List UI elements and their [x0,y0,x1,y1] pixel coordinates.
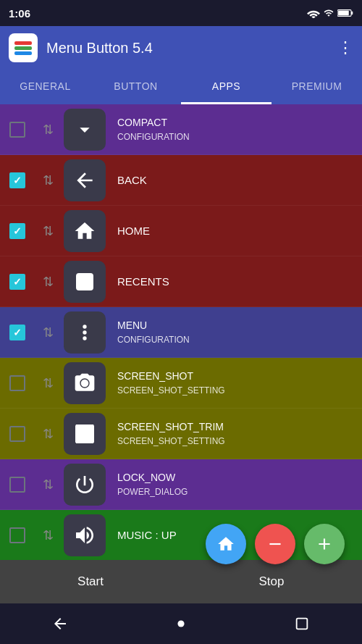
svg-point-6 [83,336,86,340]
list-item: ✓ ⇅ RECENTS [0,256,362,307]
checkbox-8[interactable] [0,527,35,543]
tabs-bar: General Button Apps Premium [0,70,362,104]
sort-icon-5: ⇅ [43,375,54,391]
app-bar: Menu Button 5.4 ⋮ [0,26,362,70]
action-icon-5[interactable] [64,362,106,404]
list-item: ✓ ⇅ MENUCONFIGURATION [0,307,362,358]
sort-arrows-7[interactable]: ⇅ [35,477,61,493]
sort-icon-8: ⇅ [43,527,54,543]
nav-recents-button[interactable] [284,609,320,638]
action-icon-4[interactable] [64,311,106,354]
nav-bar [0,603,362,644]
sort-arrows-1[interactable]: ⇅ [35,172,61,188]
checkbox-7[interactable] [0,477,35,493]
cb-box-1[interactable]: ✓ [9,172,25,188]
item-label-1: BACK [109,173,362,188]
checkbox-5[interactable] [0,375,35,391]
sort-arrows-5[interactable]: ⇅ [35,375,61,391]
cb-box-4[interactable]: ✓ [9,325,25,340]
battery-icon [337,8,353,18]
checkbox-2[interactable]: ✓ [0,223,35,239]
nav-home-button[interactable] [163,609,199,638]
cb-box-2[interactable]: ✓ [9,223,25,239]
sort-icon-1: ⇅ [43,172,54,188]
item-label-6: SCREEN_SHOT_TRIMSCREEN_SHOT_SETTING [109,419,362,448]
item-label-2: HOME [109,224,362,238]
item-label-3: RECENTS [109,275,362,289]
signal-icon [323,8,334,18]
checkbox-3[interactable]: ✓ [0,274,35,290]
svg-point-5 [83,330,86,334]
stop-button[interactable]: Stop [181,560,362,603]
list-item: ⇅ LOCK_NOWPOWER_DIALOG [0,459,362,510]
sort-icon-4: ⇅ [43,325,54,340]
time-display: 1:06 [9,7,30,20]
list-item: ⇅ SCREEN_SHOTSCREEN_SHOT_SETTING [0,358,362,409]
svg-point-9 [81,430,89,438]
cb-box-7[interactable] [9,477,25,493]
fab-container [206,524,345,564]
checkbox-4[interactable]: ✓ [0,325,35,340]
fab-minus-button[interactable] [255,524,295,564]
apps-list: ⇅ COMPACTCONFIGURATION ✓ ⇅ BACK ✓ ⇅ [0,104,362,560]
item-label-0: COMPACTCONFIGURATION [109,115,362,143]
tab-premium[interactable]: Premium [272,70,362,104]
action-icon-0[interactable] [64,109,106,151]
sort-arrows-2[interactable]: ⇅ [35,223,61,239]
cb-box-6[interactable] [9,426,25,442]
logo-stripe-red [14,41,32,45]
svg-rect-2 [351,12,353,14]
sort-arrows-4[interactable]: ⇅ [35,325,61,340]
action-icon-8[interactable] [64,514,106,556]
item-label-7: LOCK_NOWPOWER_DIALOG [109,470,362,498]
checkbox-6[interactable] [0,426,35,442]
sort-icon-2: ⇅ [43,223,54,239]
item-label-5: SCREEN_SHOTSCREEN_SHOT_SETTING [109,369,362,397]
bottom-buttons: Start Stop [0,560,362,603]
checkbox-0[interactable] [0,122,35,138]
checkbox-1[interactable]: ✓ [0,172,35,188]
svg-point-7 [81,379,89,387]
list-item: ⇅ SCREEN_SHOT_TRIMSCREEN_SHOT_SETTING [0,409,362,459]
cb-box-0[interactable] [9,122,25,138]
svg-point-10 [177,620,184,627]
action-icon-7[interactable] [64,464,106,506]
action-icon-2[interactable] [64,210,106,252]
status-icons [307,8,353,18]
sort-arrows-0[interactable]: ⇅ [35,122,61,138]
logo-stripe-green [14,46,32,50]
cb-box-3[interactable]: ✓ [9,274,25,290]
app-title: Menu Button 5.4 [46,40,329,57]
tab-button[interactable]: Button [90,70,181,104]
tab-general[interactable]: General [0,70,90,104]
wifi-icon [307,8,320,18]
action-icon-1[interactable] [64,159,106,201]
sort-arrows-3[interactable]: ⇅ [35,274,61,290]
cb-box-5[interactable] [9,375,25,391]
sort-icon-6: ⇅ [43,426,54,442]
sort-arrows-6[interactable]: ⇅ [35,426,61,442]
app-logo [9,33,38,62]
fab-plus-button[interactable] [304,524,345,564]
list-item: ⇅ COMPACTCONFIGURATION [0,104,362,155]
more-options-button[interactable]: ⋮ [337,38,353,57]
status-bar: 1:06 [0,0,362,26]
svg-rect-3 [77,274,92,289]
sort-arrows-8[interactable]: ⇅ [35,527,61,543]
tab-apps[interactable]: Apps [181,70,272,104]
action-icon-3[interactable] [64,261,106,303]
list-item: ✓ ⇅ HOME [0,206,362,256]
list-item: ✓ ⇅ BACK [0,155,362,206]
item-label-4: MENUCONFIGURATION [109,318,362,346]
svg-rect-11 [296,619,307,630]
cb-box-8[interactable] [9,527,25,543]
sort-icon-7: ⇅ [43,477,54,493]
nav-back-button[interactable] [42,609,78,638]
action-icon-6[interactable] [64,413,106,455]
svg-point-4 [83,325,86,328]
logo-stripe-blue [14,51,32,55]
start-button[interactable]: Start [0,560,181,603]
sort-icon-0: ⇅ [43,122,54,138]
svg-rect-1 [338,11,349,16]
fab-home-button[interactable] [206,524,246,564]
